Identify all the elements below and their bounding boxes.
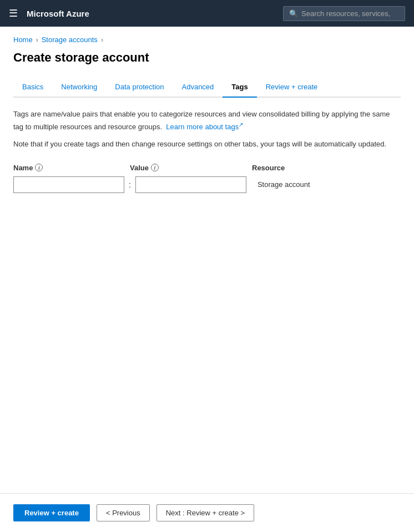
page-title: Create storage account xyxy=(13,50,401,65)
tag-row: : Storage account xyxy=(13,176,401,193)
tag-resource-value: Storage account xyxy=(258,180,310,189)
tags-description: Tags are name/value pairs that enable yo… xyxy=(13,109,401,133)
tabs-bar: Basics Networking Data protection Advanc… xyxy=(13,78,401,98)
tag-name-input[interactable] xyxy=(13,176,124,193)
tab-basics[interactable]: Basics xyxy=(13,78,52,98)
menu-icon[interactable]: ☰ xyxy=(9,8,18,18)
name-info-icon[interactable]: i xyxy=(35,164,43,171)
main-content: Home › Storage accounts › Create storage… xyxy=(0,27,414,493)
external-link-icon: ↗ xyxy=(239,121,243,128)
tab-review-create[interactable]: Review + create xyxy=(257,78,327,98)
colon-separator: : xyxy=(129,180,131,189)
name-column-header: Name i xyxy=(13,164,124,172)
breadcrumb-storage-accounts[interactable]: Storage accounts xyxy=(42,36,98,44)
tab-advanced[interactable]: Advanced xyxy=(173,78,223,98)
value-column-header: Value i xyxy=(130,164,241,172)
tag-value-input[interactable] xyxy=(135,176,246,193)
breadcrumb-sep-1: › xyxy=(36,36,38,44)
search-input[interactable] xyxy=(301,9,399,18)
search-icon: 🔍 xyxy=(289,9,298,18)
search-bar[interactable]: 🔍 xyxy=(283,6,405,21)
breadcrumb-sep-2: › xyxy=(101,36,103,44)
topbar: ☰ Microsoft Azure 🔍 xyxy=(0,0,414,27)
tags-note: Note that if you create tags and then ch… xyxy=(13,139,401,150)
tab-tags[interactable]: Tags xyxy=(223,78,256,98)
learn-more-link[interactable]: Learn more about tags xyxy=(166,123,239,131)
app-title: Microsoft Azure xyxy=(27,9,274,18)
tab-data-protection[interactable]: Data protection xyxy=(106,78,173,98)
tab-networking[interactable]: Networking xyxy=(52,78,106,98)
tags-column-headers: Name i Value i Resource xyxy=(13,164,401,172)
tags-form: Tags are name/value pairs that enable yo… xyxy=(13,109,401,193)
breadcrumb-home[interactable]: Home xyxy=(13,36,33,44)
value-info-icon[interactable]: i xyxy=(151,164,159,171)
breadcrumb: Home › Storage accounts › xyxy=(13,36,401,44)
resource-column-header: Resource xyxy=(252,164,285,172)
